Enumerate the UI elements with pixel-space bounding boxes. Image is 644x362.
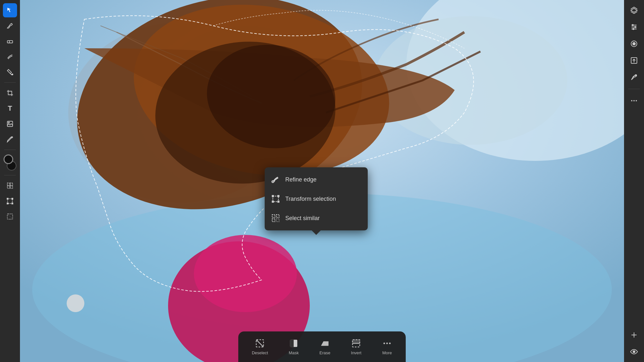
transform-selection-icon [271, 194, 280, 203]
svg-rect-37 [272, 219, 275, 222]
canvas-area[interactable]: Refine edge Transform selection [20, 0, 624, 362]
svg-rect-45 [353, 340, 360, 343]
tool-layer-selection[interactable] [3, 179, 17, 193]
tool-brush[interactable] [3, 19, 17, 33]
svg-point-4 [8, 122, 10, 124]
svg-rect-9 [10, 186, 13, 188]
invert-button[interactable]: Invert [346, 336, 366, 358]
svg-rect-33 [272, 201, 273, 202]
svg-point-59 [635, 75, 637, 76]
svg-point-50 [632, 24, 633, 26]
svg-point-5 [12, 137, 13, 138]
svg-rect-32 [278, 195, 279, 197]
tool-more[interactable] [627, 94, 641, 108]
svg-rect-11 [7, 198, 8, 200]
color-swatch-container[interactable] [3, 154, 17, 171]
more-icon [382, 338, 392, 348]
tool-transform-selection[interactable] [3, 194, 17, 208]
invert-label: Invert [351, 350, 362, 355]
svg-point-2 [12, 74, 13, 75]
svg-rect-0 [7, 41, 13, 43]
context-menu: Refine edge Transform selection [265, 167, 368, 230]
svg-rect-6 [7, 183, 10, 185]
tool-eraser[interactable] [3, 34, 17, 48]
tool-text[interactable]: T [3, 101, 17, 116]
erase-label: Erase [319, 350, 330, 355]
handle-circle[interactable] [67, 294, 84, 312]
svg-rect-14 [12, 203, 13, 204]
svg-rect-42 [290, 340, 294, 347]
svg-point-56 [633, 42, 635, 45]
menu-item-refine-edge[interactable]: Refine edge [265, 170, 368, 189]
svg-rect-8 [7, 186, 10, 188]
svg-rect-38 [276, 219, 279, 222]
svg-point-54 [633, 28, 634, 30]
tool-record[interactable] [627, 37, 641, 51]
svg-line-40 [256, 340, 264, 347]
bottom-toolbar: Deselect Mask [238, 331, 406, 362]
toolbar-divider-3 [4, 175, 16, 175]
transform-selection-label: Transform selection [285, 196, 336, 202]
tool-image[interactable] [3, 117, 17, 131]
svg-point-61 [633, 100, 635, 101]
svg-point-52 [635, 26, 636, 28]
tool-crop[interactable] [3, 86, 17, 100]
svg-rect-12 [12, 198, 13, 200]
svg-rect-31 [272, 195, 273, 197]
select-similar-label: Select similar [285, 215, 320, 222]
svg-line-16 [7, 214, 13, 219]
mask-icon [289, 338, 299, 348]
svg-point-60 [631, 100, 632, 101]
right-toolbar-divider [628, 89, 640, 89]
svg-rect-13 [7, 203, 8, 204]
refine-edge-label: Refine edge [285, 176, 317, 183]
tool-visibility[interactable] [627, 345, 641, 359]
more-label: More [382, 350, 392, 355]
svg-rect-35 [272, 215, 275, 218]
tool-eyedropper[interactable] [3, 132, 17, 146]
refine-edge-icon [271, 175, 280, 184]
deselect-button[interactable]: Deselect [247, 336, 273, 358]
tool-selection[interactable] [3, 3, 17, 17]
invert-icon [351, 338, 361, 348]
select-similar-icon [271, 214, 280, 223]
svg-rect-7 [10, 183, 13, 185]
svg-point-48 [389, 343, 391, 344]
toolbar-divider-2 [4, 150, 16, 150]
svg-rect-3 [7, 121, 13, 127]
svg-point-29 [272, 181, 274, 183]
erase-icon [320, 338, 330, 348]
tool-smudge[interactable] [3, 50, 17, 64]
erase-button[interactable]: Erase [315, 336, 335, 358]
toolbar-divider-1 [4, 82, 16, 83]
svg-point-47 [386, 343, 388, 344]
tool-adjustments[interactable] [627, 20, 641, 34]
left-toolbar: T [0, 0, 20, 362]
deselect-icon [255, 338, 265, 348]
svg-point-65 [633, 351, 635, 353]
menu-item-transform-selection[interactable]: Transform selection [265, 189, 368, 209]
more-button[interactable]: More [377, 336, 397, 358]
tool-retouch[interactable] [627, 70, 641, 84]
mask-button[interactable]: Mask [284, 336, 303, 358]
tool-layers[interactable] [627, 3, 641, 17]
menu-item-select-similar[interactable]: Select similar [265, 209, 368, 228]
tool-add[interactable] [627, 328, 641, 342]
svg-point-62 [636, 100, 637, 101]
tool-export[interactable] [627, 53, 641, 68]
app: T [0, 0, 644, 362]
svg-rect-34 [278, 201, 279, 202]
right-toolbar [624, 0, 644, 362]
mask-label: Mask [289, 350, 299, 355]
svg-point-46 [384, 343, 385, 344]
deselect-label: Deselect [252, 350, 268, 355]
color-foreground-swatch[interactable] [4, 154, 13, 164]
text-icon: T [8, 104, 12, 113]
svg-rect-36 [276, 215, 279, 218]
tool-paint[interactable] [3, 65, 17, 79]
tool-freestyle-select[interactable] [3, 209, 17, 224]
